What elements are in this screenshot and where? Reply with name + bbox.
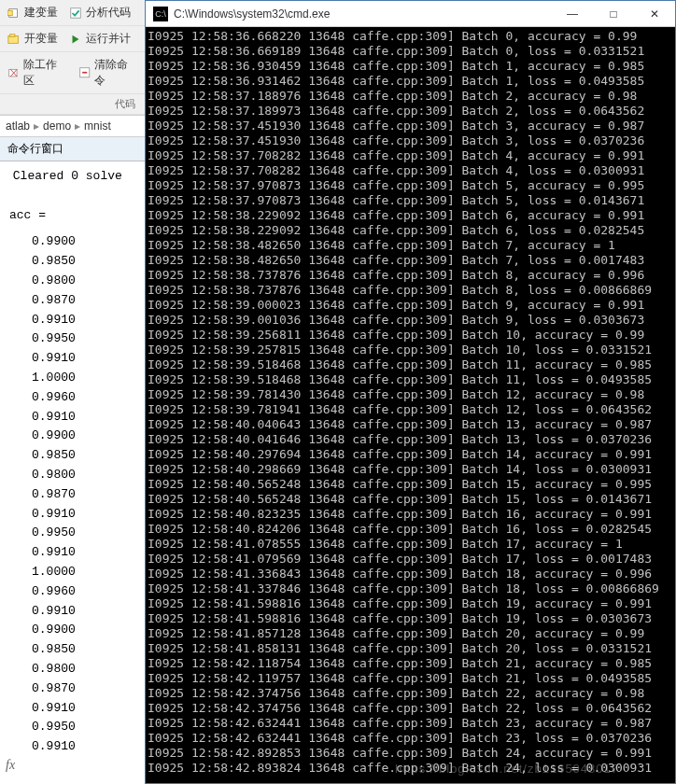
cmd-log-line: I0925 12:58:36.931462 13648 caffe.cpp:30…	[148, 74, 675, 89]
cmd-log-line: I0925 12:58:39.781941 13648 caffe.cpp:30…	[148, 402, 675, 417]
acc-value: 0.9910	[32, 602, 143, 622]
new-var-icon	[7, 7, 21, 20]
acc-value: 0.9900	[32, 427, 143, 446]
acc-value: 0.9910	[32, 311, 143, 330]
cmd-log-line: I0925 12:58:40.823235 13648 caffe.cpp:30…	[148, 507, 675, 522]
maximize-button[interactable]: □	[593, 1, 634, 26]
cmd-log-line: I0925 12:58:42.892853 13648 caffe.cpp:30…	[148, 746, 675, 761]
cmd-log-line: I0925 12:58:41.078555 13648 caffe.cpp:30…	[148, 537, 675, 552]
acc-value: 0.9910	[32, 349, 143, 369]
cmd-log-line: I0925 12:58:37.451930 13648 caffe.cpp:30…	[148, 119, 675, 133]
acc-value: 1.0000	[32, 369, 143, 388]
cmd-log-line: I0925 12:58:39.000023 13648 caffe.cpp:30…	[148, 298, 675, 313]
cmd-log-line: I0925 12:58:41.336843 13648 caffe.cpp:30…	[148, 567, 675, 581]
open-var-icon	[7, 33, 21, 46]
cmd-log-line: I0925 12:58:39.001036 13648 caffe.cpp:30…	[148, 313, 675, 328]
cmd-log-line: I0925 12:58:39.518468 13648 caffe.cpp:30…	[148, 357, 675, 372]
cmd-log-line: I0925 12:58:37.188976 13648 caffe.cpp:30…	[148, 89, 675, 104]
cmd-log-line: I0925 12:58:42.632441 13648 caffe.cpp:30…	[148, 731, 675, 746]
cmd-log-line: I0925 12:58:40.298669 13648 caffe.cpp:30…	[148, 462, 675, 477]
tb-label: 分析代码	[86, 5, 131, 21]
cmd-titlebar[interactable]: C:\ C:\Windows\system32\cmd.exe — □ ✕	[146, 1, 675, 27]
cmd-log-line: I0925 12:58:40.040643 13648 caffe.cpp:30…	[148, 417, 675, 432]
output-blank	[6, 187, 143, 206]
watermark: https://blog.csdn.net/zb1165048017	[395, 762, 619, 776]
cmd-log-line: I0925 12:58:42.374756 13648 caffe.cpp:30…	[148, 686, 675, 701]
breadcrumb[interactable]: atlab ▸ demo ▸ mnist	[0, 116, 145, 137]
matlab-window: 建变量 分析代码 开变量 运行并计	[0, 0, 145, 784]
new-var-button[interactable]: 建变量	[2, 3, 63, 22]
clear-cmd-button[interactable]: 清除命令	[73, 55, 144, 91]
cmd-output[interactable]: I0925 12:58:36.668220 13648 caffe.cpp:30…	[146, 27, 675, 783]
clear-ws-icon	[7, 66, 20, 79]
acc-value: 0.9800	[32, 660, 143, 679]
cmd-icon: C:\	[153, 7, 168, 21]
acc-value: 0.9900	[32, 621, 143, 640]
breadcrumb-seg[interactable]: demo	[43, 119, 71, 133]
breadcrumb-seg[interactable]: mnist	[84, 119, 111, 133]
cmd-log-line: I0925 12:58:38.482650 13648 caffe.cpp:30…	[148, 253, 675, 268]
clear-ws-button[interactable]: 除工作区	[2, 55, 73, 91]
acc-value: 0.9910	[32, 543, 143, 563]
cmd-log-line: I0925 12:58:39.781430 13648 caffe.cpp:30…	[148, 387, 675, 402]
chevron-right-icon: ▸	[34, 119, 39, 133]
acc-value: 0.9870	[32, 485, 143, 505]
cmd-log-line: I0925 12:58:42.118754 13648 caffe.cpp:30…	[148, 656, 675, 671]
tb-label: 开变量	[24, 31, 58, 47]
cmd-log-line: I0925 12:58:41.337846 13648 caffe.cpp:30…	[148, 581, 675, 596]
open-var-button[interactable]: 开变量	[2, 29, 63, 49]
acc-value: 0.9950	[32, 524, 143, 543]
acc-value: 0.9910	[32, 737, 143, 757]
cmd-log-line: I0925 12:58:39.518468 13648 caffe.cpp:30…	[148, 372, 675, 387]
acc-value: 0.9850	[32, 252, 143, 272]
cmd-log-line: I0925 12:58:40.565248 13648 caffe.cpp:30…	[148, 492, 675, 507]
cmd-log-line: I0925 12:58:41.858131 13648 caffe.cpp:30…	[148, 641, 675, 656]
cmd-log-line: I0925 12:58:42.374756 13648 caffe.cpp:30…	[148, 701, 675, 716]
code-section-label: 代码	[115, 97, 135, 111]
fx-prompt-icon[interactable]: fx	[6, 758, 15, 773]
acc-value: 0.9950	[32, 718, 143, 737]
cmd-log-line: I0925 12:58:41.857128 13648 caffe.cpp:30…	[148, 626, 675, 641]
acc-value: 0.9800	[32, 466, 143, 485]
run-time-button[interactable]: 运行并计	[63, 29, 136, 49]
acc-value: 0.9910	[32, 505, 143, 525]
cmd-log-line: I0925 12:58:39.257815 13648 caffe.cpp:30…	[148, 343, 675, 357]
cmd-log-line: I0925 12:58:38.229092 13648 caffe.cpp:30…	[148, 208, 675, 223]
analyze-icon	[69, 7, 82, 20]
acc-value: 0.9850	[32, 640, 143, 660]
cmd-log-line: I0925 12:58:41.079569 13648 caffe.cpp:30…	[148, 552, 675, 567]
acc-value: 0.9900	[32, 232, 143, 252]
clear-cmd-icon	[78, 66, 91, 79]
cmd-log-line: I0925 12:58:36.669189 13648 caffe.cpp:30…	[148, 44, 675, 59]
breadcrumb-seg[interactable]: atlab	[6, 119, 30, 133]
acc-value: 0.9800	[32, 272, 143, 291]
tb-label: 清除命令	[94, 57, 137, 89]
svg-rect-2	[71, 7, 81, 18]
svg-rect-1	[7, 10, 12, 15]
acc-value: 0.9870	[32, 291, 143, 311]
cmd-log-line: I0925 12:58:37.970873 13648 caffe.cpp:30…	[148, 178, 675, 193]
matlab-command-output[interactable]: Cleared 0 solve acc = 0.99000.98500.9800…	[0, 161, 145, 784]
cmd-log-line: I0925 12:58:38.229092 13648 caffe.cpp:30…	[148, 223, 675, 238]
analyze-code-button[interactable]: 分析代码	[63, 3, 136, 22]
minimize-button[interactable]: —	[552, 1, 593, 26]
acc-values-block: 0.99000.98500.98000.98700.99100.99500.99…	[32, 232, 143, 757]
close-button[interactable]: ✕	[634, 1, 675, 26]
cmd-log-line: I0925 12:58:37.708282 13648 caffe.cpp:30…	[148, 163, 675, 178]
cmd-log-line: I0925 12:58:40.297694 13648 caffe.cpp:30…	[148, 447, 675, 462]
cmd-log-line: I0925 12:58:36.668220 13648 caffe.cpp:30…	[148, 29, 675, 44]
acc-value: 0.9870	[32, 679, 143, 699]
cmd-log-line: I0925 12:58:38.482650 13648 caffe.cpp:30…	[148, 238, 675, 253]
cmd-log-line: I0925 12:58:38.737876 13648 caffe.cpp:30…	[148, 268, 675, 283]
cmd-log-line: I0925 12:58:41.598816 13648 caffe.cpp:30…	[148, 596, 675, 611]
window-controls: — □ ✕	[552, 1, 675, 26]
acc-value: 0.9850	[32, 446, 143, 466]
cmd-log-line: I0925 12:58:40.565248 13648 caffe.cpp:30…	[148, 477, 675, 492]
acc-value: 0.9910	[32, 699, 143, 719]
svg-rect-4	[10, 34, 15, 36]
acc-value: 1.0000	[32, 563, 143, 582]
command-window-title: 命令行窗口	[0, 137, 145, 161]
cmd-log-line: I0925 12:58:39.256811 13648 caffe.cpp:30…	[148, 328, 675, 343]
cmd-log-line: I0925 12:58:40.041646 13648 caffe.cpp:30…	[148, 432, 675, 447]
cmd-log-line: I0925 12:58:36.930459 13648 caffe.cpp:30…	[148, 59, 675, 74]
